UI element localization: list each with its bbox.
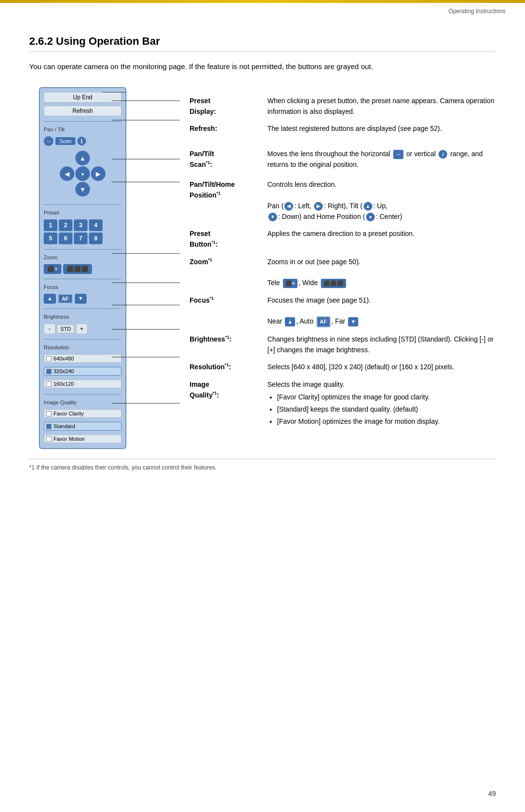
preset-nums: 1 2 3 4 5 6 7 8	[44, 219, 122, 244]
brightness-minus-btn[interactable]: -	[44, 324, 55, 334]
refresh-button[interactable]: Refresh	[44, 106, 122, 116]
brightness-label: Brightness	[44, 314, 122, 320]
preset-btn-2[interactable]: 2	[59, 219, 72, 231]
dpad-left[interactable]: ◀	[60, 166, 74, 181]
section-title: 2.6.2 Using Operation Bar	[29, 35, 496, 52]
tilt-up-icon: ▲	[364, 202, 372, 211]
desc-brightness-label: Brightness*1:	[190, 334, 267, 355]
scan-button[interactable]: Scan	[55, 137, 75, 145]
focus-far-btn[interactable]: ▼	[75, 294, 87, 304]
desc-preset-button-text: Applies the camera direction to a preset…	[267, 229, 496, 250]
dpad: ▲ ◀ ● ▶ ▼	[60, 151, 105, 197]
desc-zoom-text: Zooms in or out (see page 50). Tele ⬛+, …	[267, 257, 496, 289]
desc-zoom-label: Zoom*1	[190, 257, 267, 289]
preset-btn-1[interactable]: 1	[44, 219, 57, 231]
quality-bullet-2: [Standard] keeps the standard quality. (…	[277, 404, 496, 415]
preset-btn-3[interactable]: 3	[74, 219, 88, 231]
section-name: Using Operation Bar	[56, 35, 160, 47]
scan-bar: ↔ Scan 1	[44, 136, 122, 146]
preset-btn-7[interactable]: 7	[74, 233, 88, 244]
preset-btn-6[interactable]: 6	[59, 233, 72, 244]
focus-near-btn[interactable]: ▲	[44, 294, 56, 304]
focus-btns: ▲ AF ▼	[44, 294, 122, 304]
dpad-up[interactable]: ▲	[75, 151, 90, 165]
scan-num-badge: 1	[77, 137, 86, 145]
desc-brightness: Brightness*1: Changes brightness in nine…	[190, 334, 496, 355]
dpad-center[interactable]: ●	[75, 166, 90, 181]
far-icon: ▼	[348, 317, 358, 326]
top-bar	[0, 0, 525, 3]
desc-refresh-text: The latest registered buttons are displa…	[267, 124, 496, 134]
panel-divider-2	[44, 204, 122, 205]
desc-resolution-label: Resolution*1:	[190, 362, 267, 373]
desc-pan-tilt-scan-label: Pan/TiltScan*1:	[190, 149, 267, 170]
horizontal-icon: ↔	[393, 150, 403, 159]
quality-standard-checkbox	[46, 424, 52, 429]
section-number: 2.6.2	[29, 35, 53, 47]
pan-right-icon: ▶	[314, 202, 323, 211]
near-icon: ▲	[285, 317, 295, 326]
up-end-button[interactable]: Up End	[44, 92, 122, 103]
zoom-tele-btn[interactable]: ⬛+	[44, 264, 61, 274]
desc-preset-button-label: PresetButton*1:	[190, 229, 267, 250]
quality-clarity-checkbox	[46, 411, 52, 416]
brightness-plus-btn[interactable]: +	[76, 324, 88, 334]
tele-icon: ⬛+	[283, 279, 298, 288]
preset-btn-8[interactable]: 8	[89, 233, 103, 244]
footnote-text: *1 If the camera disables their controls…	[29, 464, 217, 471]
quality-bullet-1: [Favor Clarity] optimizes the image for …	[277, 392, 496, 402]
footnote: *1 If the camera disables their controls…	[29, 459, 496, 471]
desc-preset-display: PresetDisplay: When clicking a preset bu…	[190, 96, 496, 117]
brightness-row: - STD +	[44, 324, 122, 334]
image-quality-bullets: [Favor Clarity] optimizes the image for …	[277, 392, 496, 427]
desc-image-quality: ImageQuality*1: Selects the image qualit…	[190, 379, 496, 429]
desc-preset-display-text: When clicking a preset button, the prese…	[267, 96, 496, 117]
desc-pan-tilt-scan-text: Moves the lens throughout the horizontal…	[267, 149, 496, 170]
desc-preset-button: PresetButton*1: Applies the camera direc…	[190, 229, 496, 250]
quality-standard-label: Standard	[53, 423, 75, 429]
camera-panel: Up End Refresh Pan / Tilt ↔ Scan	[39, 87, 126, 449]
tilt-down-icon: ▼	[268, 213, 277, 221]
panel-divider-6	[44, 339, 122, 340]
desc-pan-tilt-scan: Pan/TiltScan*1: Moves the lens throughou…	[190, 149, 496, 170]
res-160[interactable]: 160x120	[44, 379, 122, 388]
resolution-label: Resolution	[44, 344, 122, 350]
desc-focus-text: Focuses the image (see page 51). Near ▲,…	[267, 295, 496, 327]
res-320-checkbox	[46, 369, 52, 374]
af-icon: AF	[316, 316, 331, 327]
res-320-label: 320x240	[53, 368, 74, 374]
desc-focus-label: Focus*1	[190, 295, 267, 327]
pan-tilt-label: Pan / Tilt	[44, 126, 122, 132]
panel-divider-7	[44, 394, 122, 395]
preset-btn-5[interactable]: 5	[44, 233, 57, 244]
quality-standard[interactable]: Standard	[44, 422, 122, 431]
quality-favor-motion[interactable]: Favor Motion	[44, 434, 122, 443]
descriptions-area: PresetDisplay: When clicking a preset bu…	[180, 87, 496, 449]
quality-motion-checkbox	[46, 436, 52, 442]
preset-btn-4[interactable]: 4	[89, 219, 103, 231]
focus-af-btn[interactable]: AF	[58, 294, 73, 304]
quality-motion-label: Favor Motion	[53, 436, 85, 442]
desc-pan-tilt-home: Pan/Tilt/HomePosition*1 Controls lens di…	[190, 180, 496, 222]
dpad-down[interactable]: ▼	[75, 182, 90, 197]
res-640-checkbox	[46, 356, 52, 361]
quality-clarity-label: Favor Clarity	[53, 411, 84, 416]
preset-section-label: Preset	[44, 210, 122, 216]
panel-divider-4	[44, 279, 122, 279]
res-160-label: 160x120	[53, 381, 74, 387]
intro-text: You can operate camera on the monitoring…	[29, 61, 496, 72]
zoom-label: Zoom	[44, 254, 122, 260]
desc-brightness-text: Changes brightness in nine steps includi…	[267, 334, 496, 355]
page-number: 49	[488, 790, 496, 797]
scan-icon: ↔	[44, 136, 53, 146]
quality-favor-clarity[interactable]: Favor Clarity	[44, 409, 122, 418]
dpad-right[interactable]: ▶	[91, 166, 105, 181]
vertical-icon: i	[438, 150, 447, 159]
res-320[interactable]: 320x240	[44, 367, 122, 376]
desc-resolution: Resolution*1: Selects [640 x 480], [320 …	[190, 362, 496, 373]
preset-row-1: 1 2 3 4	[44, 219, 122, 231]
res-640[interactable]: 640x480	[44, 354, 122, 363]
home-icon: ●	[366, 213, 375, 221]
zoom-wide-btn[interactable]: ⬛⬛⬛	[63, 264, 92, 274]
res-160-checkbox	[46, 381, 52, 387]
